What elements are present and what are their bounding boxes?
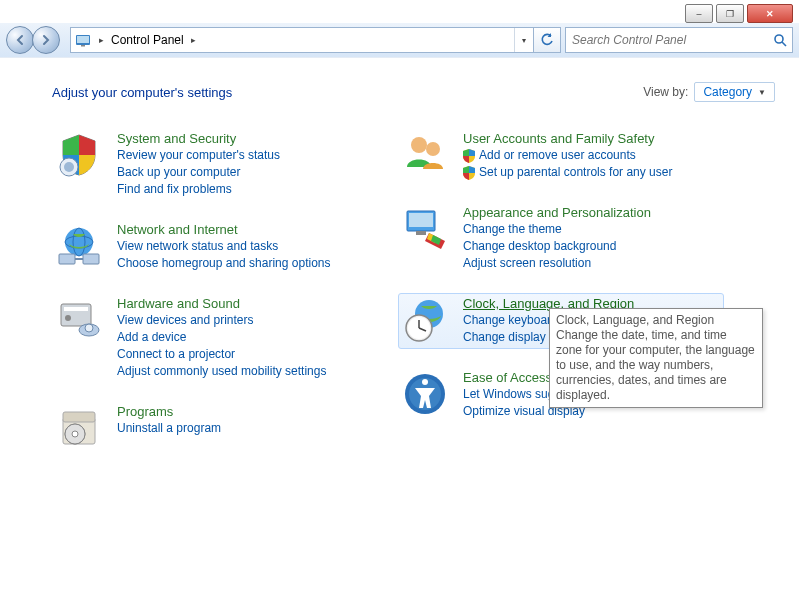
category-item[interactable]: Appearance and Personalization Change th…	[398, 202, 724, 275]
chevron-down-icon: ▼	[758, 88, 766, 97]
svg-rect-19	[63, 412, 95, 422]
category-title[interactable]: Programs	[117, 404, 375, 419]
category-item[interactable]: System and Security Review your computer…	[52, 128, 378, 201]
category-link[interactable]: Connect to a projector	[117, 346, 375, 363]
breadcrumb-sep-icon[interactable]: ▸	[95, 35, 107, 45]
category-link[interactable]: View devices and printers	[117, 312, 375, 329]
address-history-dropdown[interactable]: ▾	[514, 28, 533, 52]
svg-point-15	[65, 315, 71, 321]
system-icon	[55, 131, 103, 179]
category-link[interactable]: Find and fix problems	[117, 181, 375, 198]
svg-point-24	[426, 142, 440, 156]
users-icon	[401, 131, 449, 179]
category-item[interactable]: Programs Uninstall a program	[52, 401, 378, 455]
category-link[interactable]: Adjust screen resolution	[463, 255, 721, 272]
svg-rect-17	[85, 324, 93, 332]
control-panel-icon	[73, 30, 93, 50]
svg-point-22	[72, 431, 78, 437]
category-link[interactable]: Review your computer's status	[117, 147, 375, 164]
hardware-icon	[55, 296, 103, 344]
category-item[interactable]: Network and Internet View network status…	[52, 219, 378, 275]
page-title: Adjust your computer's settings	[52, 85, 643, 100]
svg-rect-27	[416, 231, 426, 235]
category-title[interactable]: System and Security	[117, 131, 375, 146]
category-link[interactable]: Back up your computer	[117, 164, 375, 181]
category-item[interactable]: Hardware and Sound View devices and prin…	[52, 293, 378, 383]
svg-rect-11	[83, 254, 99, 264]
viewby-label: View by:	[643, 85, 688, 99]
nav-bar: ▸ Control Panel ▸ ▾	[0, 23, 799, 58]
viewby-value: Category	[703, 85, 752, 99]
svg-rect-26	[409, 213, 433, 227]
breadcrumb-sep-icon[interactable]: ▸	[188, 35, 200, 45]
network-icon	[55, 222, 103, 270]
category-link[interactable]: Adjust commonly used mobility settings	[117, 363, 375, 380]
ease-icon	[401, 370, 449, 418]
breadcrumb-root[interactable]: Control Panel	[107, 33, 188, 47]
minimize-button[interactable]: –	[685, 4, 713, 23]
programs-icon	[55, 404, 103, 452]
svg-rect-14	[64, 307, 88, 311]
maximize-button[interactable]: ❐	[716, 4, 744, 23]
category-title[interactable]: User Accounts and Family Safety	[463, 131, 721, 146]
svg-point-6	[64, 162, 74, 172]
appearance-icon	[401, 205, 449, 253]
category-title[interactable]: Appearance and Personalization	[463, 205, 721, 220]
shield-icon	[463, 149, 475, 163]
svg-rect-1	[77, 36, 89, 43]
tooltip: Clock, Language, and Region Change the d…	[549, 308, 763, 408]
category-link[interactable]: Change desktop background	[463, 238, 721, 255]
svg-rect-10	[59, 254, 75, 264]
address-bar[interactable]: ▸ Control Panel ▸ ▾	[70, 27, 534, 53]
forward-button[interactable]	[32, 26, 60, 54]
category-title[interactable]: Hardware and Sound	[117, 296, 375, 311]
viewby-select[interactable]: Category ▼	[694, 82, 775, 102]
category-link[interactable]: View network status and tasks	[117, 238, 375, 255]
nav-history	[6, 26, 60, 54]
svg-point-35	[422, 379, 428, 385]
close-button[interactable]: ✕	[747, 4, 793, 23]
tooltip-title: Clock, Language, and Region	[556, 313, 714, 327]
search-icon[interactable]	[768, 28, 792, 52]
search-input[interactable]	[566, 33, 768, 47]
tooltip-body: Change the date, time, and time zone for…	[556, 328, 755, 402]
window-caption-buttons: – ❐ ✕	[679, 0, 799, 27]
back-button[interactable]	[6, 26, 34, 54]
refresh-button[interactable]	[534, 27, 561, 53]
svg-point-7	[65, 228, 93, 256]
search-box[interactable]	[565, 27, 793, 53]
svg-line-4	[782, 42, 786, 46]
category-item[interactable]: User Accounts and Family Safety Add or r…	[398, 128, 724, 184]
category-link[interactable]: Set up parental controls for any user	[463, 164, 721, 181]
category-link[interactable]: Add or remove user accounts	[463, 147, 721, 164]
category-title[interactable]: Network and Internet	[117, 222, 375, 237]
category-link[interactable]: Change the theme	[463, 221, 721, 238]
clock-icon	[401, 296, 449, 344]
shield-icon	[463, 166, 475, 180]
category-link[interactable]: Choose homegroup and sharing options	[117, 255, 375, 272]
svg-point-3	[775, 35, 783, 43]
svg-rect-2	[81, 45, 85, 47]
svg-point-23	[411, 137, 427, 153]
category-link[interactable]: Add a device	[117, 329, 375, 346]
category-link[interactable]: Uninstall a program	[117, 420, 375, 437]
